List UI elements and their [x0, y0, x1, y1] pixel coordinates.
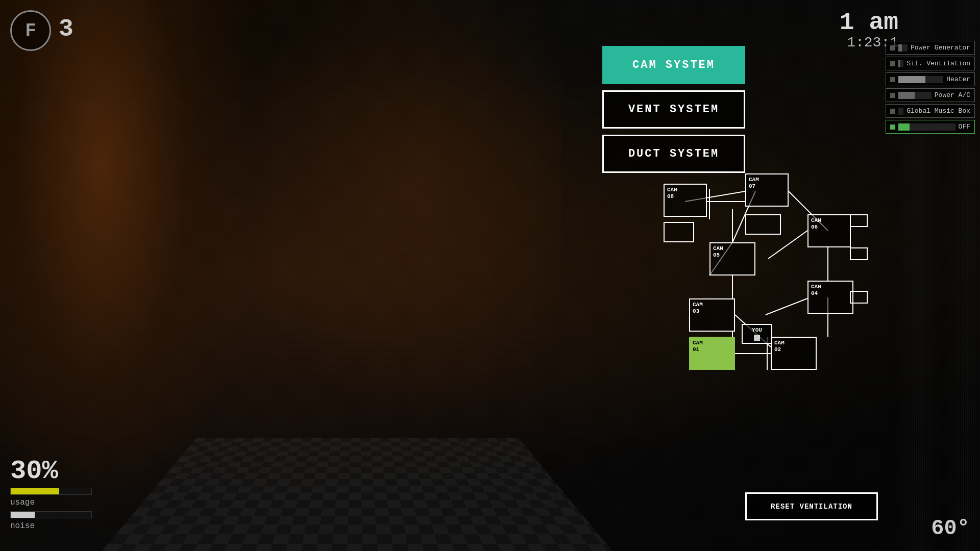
power-ac-bar — [898, 92, 932, 99]
off-bar — [898, 123, 955, 131]
you-marker: YOU — [742, 324, 772, 344]
cam-05[interactable]: CAM05 — [709, 242, 755, 276]
cam-06-connector — [850, 214, 868, 227]
music-box-dot — [890, 109, 895, 114]
off-label: OFF — [959, 123, 970, 131]
power-ac-dot — [890, 93, 895, 98]
sil-ventilation-bar — [898, 60, 903, 67]
cam-03[interactable]: CAM03 — [689, 298, 735, 332]
reset-ventilation-button[interactable]: RESET VENTILATION — [745, 492, 878, 520]
panel-off[interactable]: OFF — [886, 120, 975, 134]
cam-08[interactable]: CAM08 — [664, 184, 707, 217]
heater-label: Heater — [946, 76, 970, 83]
sil-ventilation-label: Sil. Ventilation — [906, 60, 970, 67]
heater-bar — [898, 76, 943, 83]
music-box-bar — [898, 108, 903, 115]
power-ac-label: Power A/C — [935, 91, 970, 99]
cam-01[interactable]: CAM01 — [689, 337, 735, 370]
power-generator-dot — [890, 45, 895, 51]
cam-system-button[interactable]: CAM SYSTEM — [602, 46, 745, 84]
cam-07[interactable]: CAM07 — [745, 173, 789, 207]
off-dot — [890, 124, 895, 130]
cam-08-sub — [664, 222, 694, 242]
right-panel: Power Generator Sil. Ventilation Heater … — [886, 41, 975, 134]
panel-heater[interactable]: Heater — [886, 72, 975, 86]
power-generator-bar — [898, 44, 908, 52]
cam-04[interactable]: CAM04 — [807, 281, 853, 314]
cam-07-sub — [745, 214, 781, 235]
cam-04-connector — [850, 291, 868, 304]
cam-06-connector2 — [850, 247, 868, 260]
music-box-label: Global Music Box — [906, 107, 970, 115]
panel-power-ac[interactable]: Power A/C — [886, 88, 975, 102]
vent-system-button[interactable]: VENT SYSTEM — [602, 90, 745, 129]
power-generator-label: Power Generator — [911, 44, 970, 52]
svg-line-14 — [766, 298, 807, 315]
system-buttons: CAM SYSTEM VENT SYSTEM DUCT SYSTEM — [602, 46, 745, 173]
svg-line-13 — [768, 231, 807, 259]
heater-dot — [890, 77, 895, 82]
sil-ventilation-dot — [890, 61, 895, 66]
camera-map: CAM08 CAM07 CAM06 CAM05 CAM04 CAM03 CAM0… — [623, 168, 878, 423]
cam-02[interactable]: CAM02 — [771, 337, 817, 370]
panel-music-box[interactable]: Global Music Box — [886, 104, 975, 118]
cam-06[interactable]: CAM06 — [807, 214, 851, 247]
panel-power-generator[interactable]: Power Generator — [886, 41, 975, 55]
duct-system-button[interactable]: DUCT SYSTEM — [602, 135, 745, 173]
panel-sil-ventilation[interactable]: Sil. Ventilation — [886, 57, 975, 70]
svg-line-7 — [735, 315, 771, 347]
